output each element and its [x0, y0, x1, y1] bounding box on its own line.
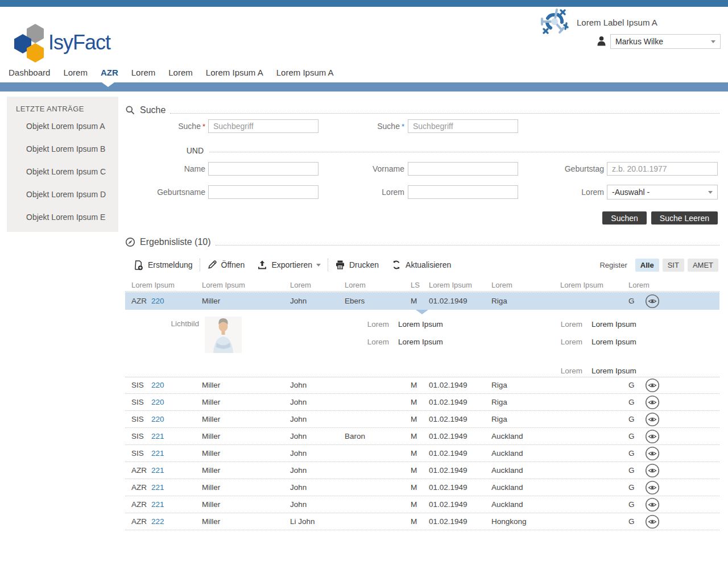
- table-row-3[interactable]: SIS220MillerJohnM01.02.1949RigaG: [125, 394, 719, 411]
- cell-type-id: AZR221: [131, 483, 202, 492]
- sidebar-item-objekt-lorem-ipsum-b[interactable]: Objekt Lorem Ipsum B: [7, 138, 118, 160]
- table-row-6[interactable]: SIS221MillerJohnM01.02.1949AucklandG: [125, 445, 719, 462]
- detail-caret-icon: [416, 310, 428, 314]
- suche-leeren-button[interactable]: Suche Leeren: [651, 211, 718, 225]
- cell-name: Miller: [202, 517, 290, 526]
- detail-mid-value-1: Lorem Ipsum: [398, 320, 443, 329]
- nav-item-lorem-3[interactable]: Lorem: [131, 68, 156, 77]
- cell-flag: G: [628, 432, 643, 440]
- cell-type-id: SIS220: [131, 398, 202, 406]
- geburtstag-input[interactable]: [607, 162, 718, 176]
- row-id-link[interactable]: 220: [151, 398, 164, 406]
- search-icon: [125, 105, 135, 115]
- exportieren-button[interactable]: Exportieren: [257, 260, 321, 270]
- cell-birthdate: 01.02.1949: [429, 517, 491, 526]
- document-add-icon: [133, 260, 144, 271]
- erstmeldung-button[interactable]: Erstmeldung: [133, 260, 193, 271]
- nav-item-lorem-4[interactable]: Lorem: [168, 68, 193, 77]
- cell-birthdate: 01.02.1949: [429, 500, 491, 509]
- vorname-input[interactable]: [408, 162, 518, 176]
- cell-name: Miller: [202, 432, 290, 440]
- cell-firstname: John: [290, 483, 345, 492]
- cell-firstname: John: [290, 297, 345, 305]
- table-row-8[interactable]: AZR221MillerJohnM01.02.1949AucklandG: [125, 479, 719, 496]
- row-id-link[interactable]: 220: [151, 381, 164, 389]
- cell-city: Auckland: [491, 500, 560, 509]
- eye-icon: [645, 497, 660, 512]
- row-id-link[interactable]: 220: [151, 297, 164, 305]
- eye-icon: [645, 463, 660, 478]
- register-tab-sit[interactable]: SIT: [663, 259, 684, 272]
- eye-button[interactable]: [645, 378, 660, 393]
- eye-button[interactable]: [645, 395, 660, 410]
- nav-item-lorem-ipsum-a-6[interactable]: Lorem Ipsum A: [276, 68, 334, 77]
- row-id-link[interactable]: 220: [151, 415, 164, 423]
- lorem-select[interactable]: -Auswahl -: [607, 185, 718, 199]
- cell-ls: M: [411, 449, 429, 458]
- table-row-10[interactable]: AZR222MillerLi JohnM01.02.1949HongkongG: [125, 513, 719, 530]
- column-header-6: Lorem Ipsum: [429, 281, 491, 289]
- eye-icon: [645, 429, 660, 444]
- eye-button[interactable]: [645, 412, 660, 427]
- sidebar-item-objekt-lorem-ipsum-c[interactable]: Objekt Lorem Ipsum C: [7, 160, 118, 183]
- sidebar-item-objekt-lorem-ipsum-d[interactable]: Objekt Lorem Ipsum D: [7, 183, 118, 206]
- cell-name: Miller: [202, 398, 290, 406]
- sidebar-item-objekt-lorem-ipsum-e[interactable]: Objekt Lorem Ipsum E: [7, 206, 118, 228]
- table-row-1[interactable]: AZR220MillerJohnEbersM01.02.1949RigaG: [125, 292, 719, 310]
- row-id-link[interactable]: 221: [151, 500, 164, 509]
- eye-button[interactable]: [645, 429, 660, 444]
- und-label: UND: [125, 146, 204, 155]
- cell-city: Auckland: [491, 449, 560, 458]
- name-input[interactable]: [208, 162, 318, 176]
- suche1-input[interactable]: [208, 119, 318, 133]
- nav-item-dashboard-0[interactable]: Dashboard: [9, 68, 50, 77]
- lorem-text-input[interactable]: [408, 185, 518, 199]
- row-id-link[interactable]: 221: [151, 449, 164, 458]
- eye-button[interactable]: [645, 446, 660, 461]
- user-dropdown[interactable]: Markus Wilke: [610, 34, 721, 49]
- oeffnen-button[interactable]: Öffnen: [207, 260, 245, 270]
- suche2-input[interactable]: [408, 119, 518, 133]
- table-row-7[interactable]: AZR221MillerJohnM01.02.1949AucklandG: [125, 462, 719, 479]
- register-tab-amet[interactable]: AMET: [688, 259, 718, 272]
- dotted-divider: [216, 239, 720, 246]
- cell-city: Riga: [491, 297, 560, 305]
- cell-city: Auckland: [491, 483, 560, 492]
- detail-right-label-3: Lorem: [537, 367, 582, 375]
- table-row-2[interactable]: SIS220MillerJohnM01.02.1949RigaG: [125, 377, 719, 394]
- cell-actions: [643, 395, 660, 410]
- eye-icon: [645, 480, 660, 495]
- detail-right-value-1: Lorem Ipsum: [592, 320, 636, 329]
- aktualisieren-button[interactable]: Aktualisieren: [391, 260, 451, 270]
- nav-item-lorem-ipsum-a-5[interactable]: Lorem Ipsum A: [206, 68, 263, 77]
- cell-ls: M: [411, 432, 429, 440]
- eye-button[interactable]: [645, 294, 660, 309]
- row-id-link[interactable]: 221: [151, 483, 164, 492]
- cell-type-id: AZR221: [131, 500, 202, 509]
- cell-name: Miller: [202, 500, 290, 509]
- table-row-5[interactable]: SIS221MillerJohnBaronM01.02.1949Auckland…: [125, 428, 719, 445]
- geburtsname-input[interactable]: [208, 185, 318, 199]
- table-row-9[interactable]: AZR221MillerJohnM01.02.1949AucklandG: [125, 496, 719, 513]
- row-type: AZR: [131, 297, 151, 305]
- search-buttons: Suchen Suche Leeren: [602, 211, 718, 225]
- sidebar-item-objekt-lorem-ipsum-a[interactable]: Objekt Lorem Ipsum A: [7, 115, 118, 138]
- eye-button[interactable]: [645, 497, 660, 512]
- table-row-4[interactable]: SIS220MillerJohnM01.02.1949RigaG: [125, 411, 719, 428]
- drucken-button[interactable]: Drucken: [335, 260, 379, 270]
- eye-button[interactable]: [645, 463, 660, 478]
- sidebar-title: LETZTE ANTRÄGE: [7, 105, 118, 115]
- register-tab-alle[interactable]: Alle: [635, 259, 659, 272]
- name-label: Name: [125, 162, 205, 176]
- brand-logo[interactable]: IsyFact: [14, 23, 139, 64]
- nav-item-azr-2[interactable]: AZR: [101, 68, 118, 77]
- row-id-link[interactable]: 222: [151, 517, 164, 526]
- cell-type-id: AZR220: [131, 297, 202, 305]
- row-id-link[interactable]: 221: [151, 466, 164, 475]
- eye-button[interactable]: [645, 514, 660, 529]
- suche1-required: *: [202, 122, 205, 131]
- row-id-link[interactable]: 221: [151, 432, 164, 440]
- eye-button[interactable]: [645, 480, 660, 495]
- nav-item-lorem-1[interactable]: Lorem: [63, 68, 88, 77]
- suchen-button[interactable]: Suchen: [602, 211, 646, 225]
